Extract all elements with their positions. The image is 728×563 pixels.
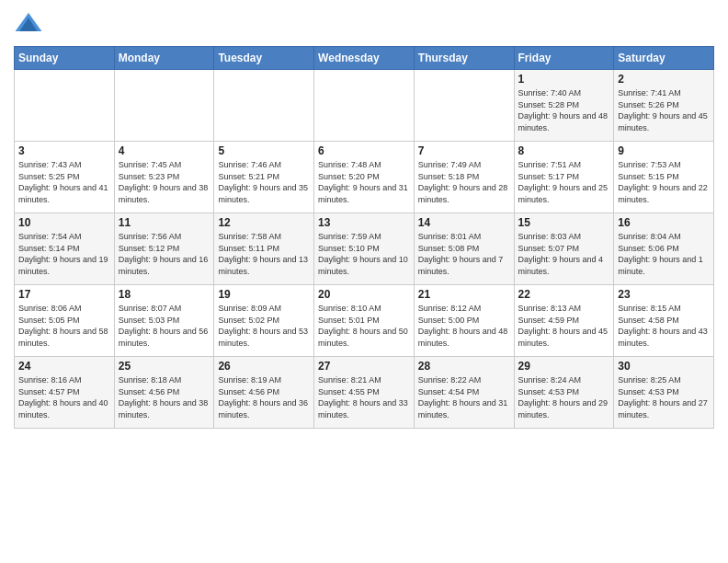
day-number: 17 [18,288,110,301]
day-number: 12 [218,216,310,229]
day-number: 1 [518,73,610,86]
calendar-cell: 28Sunrise: 8:22 AM Sunset: 4:54 PM Dayli… [414,357,514,429]
day-info: Sunrise: 7:58 AM Sunset: 5:11 PM Dayligh… [218,231,310,277]
day-info: Sunrise: 7:48 AM Sunset: 5:20 PM Dayligh… [318,159,410,205]
day-number: 22 [518,288,610,301]
day-info: Sunrise: 7:56 AM Sunset: 5:12 PM Dayligh… [119,231,210,277]
calendar-cell: 10Sunrise: 7:54 AM Sunset: 5:14 PM Dayli… [15,213,115,285]
calendar-cell: 7Sunrise: 7:49 AM Sunset: 5:18 PM Daylig… [414,142,514,213]
logo [14,9,47,39]
calendar-cell: 14Sunrise: 8:01 AM Sunset: 5:08 PM Dayli… [414,213,514,285]
day-info: Sunrise: 7:43 AM Sunset: 5:25 PM Dayligh… [18,159,110,205]
calendar-cell: 12Sunrise: 7:58 AM Sunset: 5:11 PM Dayli… [214,213,314,285]
day-number: 25 [119,360,210,373]
calendar-cell: 3Sunrise: 7:43 AM Sunset: 5:25 PM Daylig… [15,142,115,213]
day-number: 21 [418,288,510,301]
day-info: Sunrise: 8:06 AM Sunset: 5:05 PM Dayligh… [18,303,110,349]
day-number: 30 [618,360,710,373]
calendar-cell: 21Sunrise: 8:12 AM Sunset: 5:00 PM Dayli… [414,285,514,357]
calendar-cell: 26Sunrise: 8:19 AM Sunset: 4:56 PM Dayli… [214,357,314,429]
calendar-cell: 13Sunrise: 7:59 AM Sunset: 5:10 PM Dayli… [314,213,415,285]
day-number: 13 [318,216,410,229]
day-number: 19 [218,288,310,301]
day-info: Sunrise: 8:18 AM Sunset: 4:56 PM Dayligh… [119,374,210,420]
calendar-cell: 27Sunrise: 8:21 AM Sunset: 4:55 PM Dayli… [314,357,415,429]
calendar-cell: 19Sunrise: 8:09 AM Sunset: 5:02 PM Dayli… [214,285,314,357]
day-info: Sunrise: 7:41 AM Sunset: 5:26 PM Dayligh… [618,87,710,133]
calendar-cell: 25Sunrise: 8:18 AM Sunset: 4:56 PM Dayli… [114,357,214,429]
day-number: 26 [218,360,310,373]
calendar-cell: 22Sunrise: 8:13 AM Sunset: 4:59 PM Dayli… [514,285,614,357]
calendar-cell: 2Sunrise: 7:41 AM Sunset: 5:26 PM Daylig… [614,70,714,142]
calendar-cell: 23Sunrise: 8:15 AM Sunset: 4:58 PM Dayli… [614,285,714,357]
day-info: Sunrise: 7:46 AM Sunset: 5:21 PM Dayligh… [218,159,310,205]
column-header-sunday: Sunday [15,47,115,70]
calendar-week-0: 1Sunrise: 7:40 AM Sunset: 5:28 PM Daylig… [15,70,714,142]
day-info: Sunrise: 8:13 AM Sunset: 4:59 PM Dayligh… [518,303,610,349]
column-header-thursday: Thursday [414,47,514,70]
day-info: Sunrise: 8:21 AM Sunset: 4:55 PM Dayligh… [318,374,410,420]
day-info: Sunrise: 8:09 AM Sunset: 5:02 PM Dayligh… [218,303,310,349]
calendar-cell: 6Sunrise: 7:48 AM Sunset: 5:20 PM Daylig… [314,142,415,213]
day-info: Sunrise: 8:07 AM Sunset: 5:03 PM Dayligh… [119,303,210,349]
day-number: 4 [119,144,210,157]
calendar-cell [414,70,514,142]
day-info: Sunrise: 8:22 AM Sunset: 4:54 PM Dayligh… [418,374,510,420]
header [14,9,714,39]
day-number: 9 [618,144,710,157]
day-number: 20 [318,288,410,301]
day-number: 14 [418,216,510,229]
calendar-cell: 16Sunrise: 8:04 AM Sunset: 5:06 PM Dayli… [614,213,714,285]
day-info: Sunrise: 7:54 AM Sunset: 5:14 PM Dayligh… [18,231,110,277]
day-info: Sunrise: 8:03 AM Sunset: 5:07 PM Dayligh… [518,231,610,277]
calendar-cell: 30Sunrise: 8:25 AM Sunset: 4:53 PM Dayli… [614,357,714,429]
calendar-cell [214,70,314,142]
day-number: 18 [119,288,210,301]
calendar-cell: 8Sunrise: 7:51 AM Sunset: 5:17 PM Daylig… [514,142,614,213]
calendar-cell: 1Sunrise: 7:40 AM Sunset: 5:28 PM Daylig… [514,70,614,142]
day-number: 10 [18,216,110,229]
day-number: 5 [218,144,310,157]
day-info: Sunrise: 7:53 AM Sunset: 5:15 PM Dayligh… [618,159,710,205]
day-number: 8 [518,144,610,157]
day-info: Sunrise: 8:19 AM Sunset: 4:56 PM Dayligh… [218,374,310,420]
calendar-cell: 18Sunrise: 8:07 AM Sunset: 5:03 PM Dayli… [114,285,214,357]
day-info: Sunrise: 8:16 AM Sunset: 4:57 PM Dayligh… [18,374,110,420]
logo-icon [14,9,43,39]
calendar-cell: 17Sunrise: 8:06 AM Sunset: 5:05 PM Dayli… [15,285,115,357]
day-info: Sunrise: 7:59 AM Sunset: 5:10 PM Dayligh… [318,231,410,277]
calendar-table: SundayMondayTuesdayWednesdayThursdayFrid… [14,46,714,429]
day-info: Sunrise: 8:01 AM Sunset: 5:08 PM Dayligh… [418,231,510,277]
day-info: Sunrise: 7:51 AM Sunset: 5:17 PM Dayligh… [518,159,610,205]
day-number: 23 [618,288,710,301]
column-header-saturday: Saturday [614,47,714,70]
day-number: 24 [18,360,110,373]
calendar-week-2: 10Sunrise: 7:54 AM Sunset: 5:14 PM Dayli… [15,213,714,285]
column-header-monday: Monday [114,47,214,70]
calendar-cell: 9Sunrise: 7:53 AM Sunset: 5:15 PM Daylig… [614,142,714,213]
calendar-cell [114,70,214,142]
day-info: Sunrise: 8:04 AM Sunset: 5:06 PM Dayligh… [618,231,710,277]
day-number: 27 [318,360,410,373]
day-number: 6 [318,144,410,157]
day-info: Sunrise: 7:45 AM Sunset: 5:23 PM Dayligh… [119,159,210,205]
column-header-tuesday: Tuesday [214,47,314,70]
day-info: Sunrise: 8:10 AM Sunset: 5:01 PM Dayligh… [318,303,410,349]
calendar-cell: 20Sunrise: 8:10 AM Sunset: 5:01 PM Dayli… [314,285,415,357]
calendar-week-3: 17Sunrise: 8:06 AM Sunset: 5:05 PM Dayli… [15,285,714,357]
day-number: 28 [418,360,510,373]
calendar-cell: 11Sunrise: 7:56 AM Sunset: 5:12 PM Dayli… [114,213,214,285]
day-number: 2 [618,73,710,86]
day-number: 3 [18,144,110,157]
day-info: Sunrise: 8:15 AM Sunset: 4:58 PM Dayligh… [618,303,710,349]
column-header-wednesday: Wednesday [314,47,415,70]
day-number: 16 [618,216,710,229]
day-number: 7 [418,144,510,157]
day-number: 11 [119,216,210,229]
day-info: Sunrise: 8:25 AM Sunset: 4:53 PM Dayligh… [618,374,710,420]
day-number: 15 [518,216,610,229]
day-info: Sunrise: 7:49 AM Sunset: 5:18 PM Dayligh… [418,159,510,205]
calendar-cell: 29Sunrise: 8:24 AM Sunset: 4:53 PM Dayli… [514,357,614,429]
day-number: 29 [518,360,610,373]
column-header-friday: Friday [514,47,614,70]
